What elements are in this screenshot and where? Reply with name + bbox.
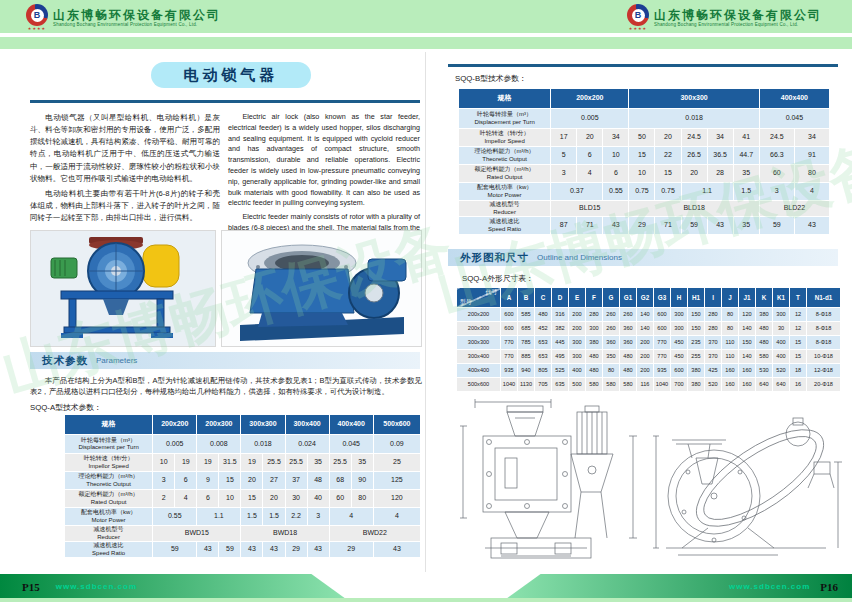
company-name-en: Shandong Bochang Environmental Protectio… (654, 22, 822, 27)
table-cell: 20-Φ18 (807, 378, 841, 392)
table-cell: 80 (722, 308, 739, 322)
table-cell: 770 (501, 350, 518, 364)
table-cell: 30 (773, 322, 790, 336)
website-link: www.sdbcen.com (56, 582, 137, 591)
table-cell: 3 (551, 165, 577, 183)
table-cell: 160 (722, 364, 739, 378)
table-cell: 减速机型号 Reducer (65, 526, 153, 542)
table-cell: 520 (773, 364, 790, 378)
table-cell: 19 (197, 454, 219, 472)
table-cell: 6 (175, 472, 197, 490)
table-cell: BWD15 (153, 526, 241, 542)
table-cell: 125 (373, 472, 420, 490)
table-cell: 25.5 (285, 454, 307, 472)
table-cell: 28 (707, 165, 733, 183)
table-cell: 480 (620, 364, 637, 378)
table-header-cell: I (705, 288, 722, 308)
table-cell: 43 (307, 542, 329, 558)
rotary-feeder-front-illustration (31, 231, 215, 346)
table-cell: 0.045 (759, 109, 829, 129)
table-cell: 1.5 (241, 508, 263, 526)
table-cell: 700 (671, 378, 688, 392)
table-cell: 43 (707, 217, 733, 235)
table-cell: 15 (219, 472, 241, 490)
table-header-cell: 规格 (65, 415, 153, 435)
table-header-cell: F (586, 288, 603, 308)
table-cell: 59 (153, 542, 197, 558)
table-cell: 50 (629, 129, 655, 147)
table-cell: 71 (655, 217, 681, 235)
table-cell: 150 (688, 308, 705, 322)
table-cell: 580 (756, 350, 773, 364)
table-cell: 300 (586, 322, 603, 336)
table-cell: 600 (654, 308, 671, 322)
table-cell: 235 (688, 336, 705, 350)
side-view-drawing (648, 400, 843, 558)
table-cell: 配套电机功率（kw） Motor Power (65, 508, 153, 526)
table-cell: 43 (794, 217, 829, 235)
table-cell: 350 (603, 350, 620, 364)
table-cell: 150 (688, 322, 705, 336)
table-cell: 36.5 (707, 147, 733, 165)
table-cell: 280 (705, 308, 722, 322)
table-cell: 31.5 (219, 454, 241, 472)
table-cell: 4 (175, 490, 197, 508)
company-name-cn: 山东博畅环保设备有限公司 (654, 9, 822, 22)
table-header-cell: 200x200 (153, 415, 197, 435)
table-cell: 30 (285, 490, 307, 508)
table-cell: 140 (637, 308, 654, 322)
table-cell: 360 (603, 336, 620, 350)
logo-stars: ★★★★ (26, 26, 48, 31)
table-cell: BLD22 (759, 201, 829, 217)
table-cell: 22 (655, 147, 681, 165)
table-b-caption: SQQ-B型技术参数： (455, 73, 527, 84)
table-cell: 25.5 (329, 454, 351, 472)
table-cell: 41 (733, 129, 759, 147)
table-cell: 5 (551, 147, 577, 165)
front-view-outline (455, 396, 640, 562)
table-cell: 15 (790, 350, 807, 364)
table-cell: 额定给料能力（m³/h） Rated Output (459, 165, 551, 183)
section-title-cn: 外形图和尺寸 (460, 251, 529, 265)
table-cell: 9 (197, 472, 219, 490)
table-cell: 理论给料能力（m³/h） Theoretic Output (459, 147, 551, 165)
table-cell: 585 (518, 308, 535, 322)
table-cell: 20 (263, 490, 285, 508)
table-header-cell: C (535, 288, 552, 308)
table-cell: 60 (329, 490, 351, 508)
table-cell: 4 (373, 508, 420, 526)
table-cell: 59 (219, 542, 241, 558)
table-cell: 34 (707, 129, 733, 147)
table-header-cell: G1 (620, 288, 637, 308)
table-cell: 425 (705, 364, 722, 378)
table-cell: 6 (197, 490, 219, 508)
table-cell: 140 (739, 322, 756, 336)
table-cell: 110 (722, 336, 739, 350)
table-cell: 1040 (501, 378, 518, 392)
table-cell: 27 (263, 472, 285, 490)
table-cell: 110 (722, 350, 739, 364)
table-cell: 叶轮每转排量（m³） Displacement per Turn (459, 109, 551, 129)
table-cell: 40 (307, 490, 329, 508)
table-cell: 600 (501, 308, 518, 322)
table-cell: 500 (569, 378, 586, 392)
table-cell: 71 (577, 217, 603, 235)
table-cell: 382 (552, 322, 569, 336)
table-cell: 935 (501, 364, 518, 378)
table-cell: 减速机速比 Speed Ratio (65, 542, 153, 558)
table-cell: 17 (551, 129, 577, 147)
title-rule (30, 100, 420, 103)
front-view-drawing (455, 396, 640, 562)
table-cell: 380 (586, 336, 603, 350)
table-cell: 0.55 (603, 183, 629, 201)
table-cell: 配套电机功率（kw） Motor Power (459, 183, 551, 201)
table-cell: 480 (756, 322, 773, 336)
table-cell: 代号型号 (457, 288, 501, 308)
table-cell: 640 (773, 378, 790, 392)
table-cell: 0.018 (629, 109, 759, 129)
table-cell: 43 (197, 542, 219, 558)
table-cell: 935 (654, 364, 671, 378)
table-header-cell: 300x300 (241, 415, 285, 435)
table-cell: BWD18 (241, 526, 329, 542)
table-cell: 10 (603, 147, 629, 165)
